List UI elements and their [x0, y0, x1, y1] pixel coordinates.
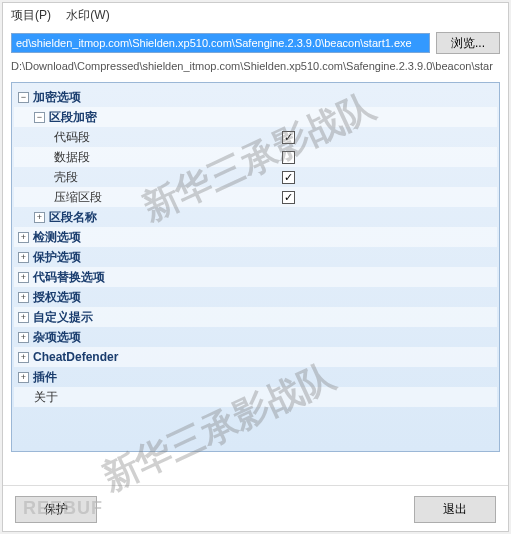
minus-icon[interactable]: −: [18, 92, 29, 103]
plus-icon[interactable]: +: [18, 332, 29, 343]
leaf-about[interactable]: 关于: [34, 389, 58, 406]
node-detect-options[interactable]: 检测选项: [33, 229, 81, 246]
leaf-compress-section[interactable]: 压缩区段: [54, 189, 102, 206]
node-encrypt-options[interactable]: 加密选项: [33, 89, 81, 106]
plus-icon[interactable]: +: [18, 252, 29, 263]
node-auth-options[interactable]: 授权选项: [33, 289, 81, 306]
menu-project[interactable]: 项目(P): [11, 8, 51, 22]
plus-icon[interactable]: +: [18, 352, 29, 363]
plus-icon[interactable]: +: [18, 372, 29, 383]
plus-icon[interactable]: +: [18, 292, 29, 303]
plus-icon[interactable]: +: [18, 312, 29, 323]
node-custom-prompt[interactable]: 自定义提示: [33, 309, 93, 326]
leaf-code-section[interactable]: 代码段: [54, 129, 90, 146]
node-plugins[interactable]: 插件: [33, 369, 57, 386]
full-path-display: D:\Download\Compressed\shielden_itmop.co…: [3, 58, 508, 78]
button-bar: 保护 退出: [3, 485, 508, 523]
browse-button[interactable]: 浏览...: [436, 32, 500, 54]
menu-bar: 项目(P) 水印(W): [3, 3, 508, 28]
file-path-input[interactable]: [11, 33, 430, 53]
node-protect-options[interactable]: 保护选项: [33, 249, 81, 266]
checkbox-compress[interactable]: ✓: [282, 191, 295, 204]
menu-watermark[interactable]: 水印(W): [66, 8, 109, 22]
plus-icon[interactable]: +: [18, 232, 29, 243]
checkbox-data[interactable]: [282, 151, 295, 164]
node-section-encrypt[interactable]: 区段加密: [49, 109, 97, 126]
plus-icon[interactable]: +: [18, 272, 29, 283]
protect-button[interactable]: 保护: [15, 496, 97, 523]
options-tree: − 加密选项 − 区段加密 代码段 ✓ 数据段 壳段 ✓: [11, 82, 500, 452]
leaf-shell-section[interactable]: 壳段: [54, 169, 78, 186]
node-misc-options[interactable]: 杂项选项: [33, 329, 81, 346]
leaf-data-section[interactable]: 数据段: [54, 149, 90, 166]
node-cheat-defender[interactable]: CheatDefender: [33, 350, 118, 364]
checkbox-shell[interactable]: ✓: [282, 171, 295, 184]
minus-icon[interactable]: −: [34, 112, 45, 123]
node-code-replace[interactable]: 代码替换选项: [33, 269, 105, 286]
exit-button[interactable]: 退出: [414, 496, 496, 523]
checkbox-code[interactable]: ✓: [282, 131, 295, 144]
plus-icon[interactable]: +: [34, 212, 45, 223]
node-section-name[interactable]: 区段名称: [49, 209, 97, 226]
